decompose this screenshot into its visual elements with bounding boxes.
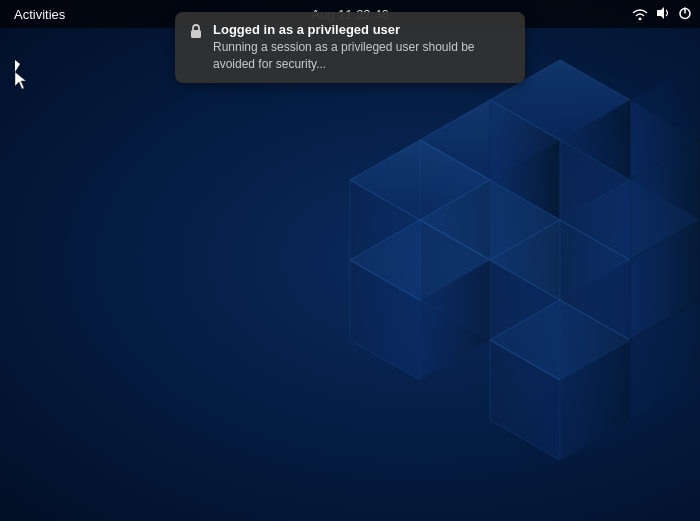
svg-point-30 <box>639 17 642 20</box>
power-icon[interactable] <box>678 6 692 23</box>
activities-button[interactable]: Activities <box>8 5 71 24</box>
svg-rect-34 <box>191 30 201 38</box>
notification-popup[interactable]: Logged in as a privileged user Running a… <box>175 12 525 83</box>
notification-content: Logged in as a privileged user Running a… <box>213 22 511 73</box>
desktop: Activities Aug 11 22:46 <box>0 0 700 521</box>
topbar-right <box>632 6 692 23</box>
notification-body: Running a session as a privileged user s… <box>213 39 511 73</box>
svg-marker-31 <box>657 7 664 19</box>
topbar-left: Activities <box>8 5 71 24</box>
volume-icon[interactable] <box>656 6 670 23</box>
notification-lock-icon <box>189 23 203 43</box>
notification-title: Logged in as a privileged user <box>213 22 511 37</box>
network-icon[interactable] <box>632 6 648 23</box>
